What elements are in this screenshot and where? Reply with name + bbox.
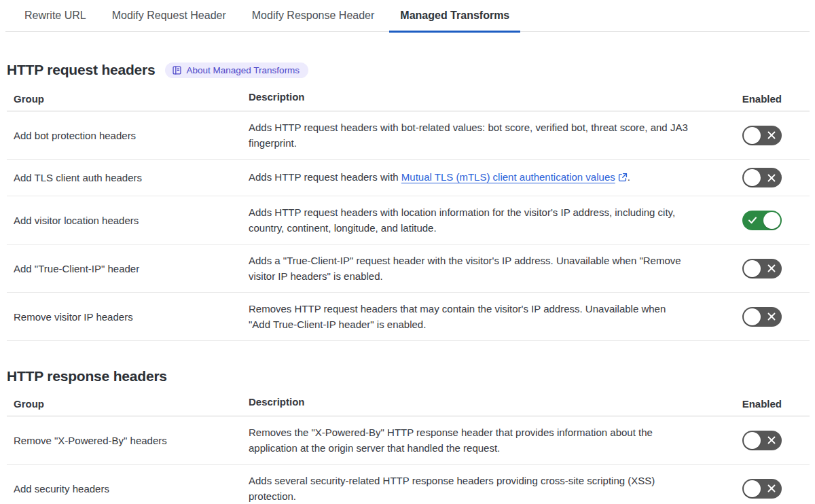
group-description: Adds HTTP request headers with location … [249,204,689,236]
external-link-icon[interactable] [618,170,628,186]
managed-transforms-page: Rewrite URL Modify Request Header Modify… [0,0,815,504]
table-row: Add "True-Client-IP" header Adds a "True… [7,245,810,293]
toggle-knob [744,169,761,186]
group-name: Add "True-Client-IP" header [7,263,249,274]
tab-rewrite-url[interactable]: Rewrite URL [14,0,97,33]
toggle-knob [744,127,761,144]
x-icon [767,436,776,444]
toggle-knob [744,308,761,325]
request-headers-table: Group Description Enabled Add bot protec… [7,89,810,341]
table-row: Remove "X-Powered-By" headers Removes th… [7,416,810,465]
response-headers-table: Group Description Enabled Remove "X-Powe… [7,394,810,504]
response-headers-section: HTTP response headers Group Description … [0,368,815,504]
about-link-label: About Managed Transforms [187,65,300,75]
tab-modify-request-header[interactable]: Modify Request Header [101,0,237,33]
group-name: Remove visitor IP headers [7,311,249,323]
request-headers-section: HTTP request headers About Managed Trans… [0,62,815,341]
table-header-row: Group Description Enabled [7,394,810,416]
table-row: Add bot protection headers Adds HTTP req… [7,111,810,160]
table-row: Add security headers Adds several securi… [7,465,810,504]
group-description: Removes the "X-Powered-By" HTTP response… [249,425,689,456]
book-icon [172,65,182,75]
about-managed-transforms-link[interactable]: About Managed Transforms [165,62,309,78]
x-icon [767,264,776,272]
column-header-description: Description [249,89,689,105]
group-description: Adds HTTP request headers with bot-relat… [249,120,689,151]
check-icon [748,215,757,225]
group-name: Add security headers [7,483,249,494]
toggle-knob [763,212,780,229]
toggle-add-bot-protection-headers[interactable] [742,126,782,145]
group-name: Add TLS client auth headers [7,172,249,183]
toggle-add-visitor-location-headers[interactable] [742,211,782,230]
toggle-add-security-headers[interactable] [742,479,782,499]
column-header-group: Group [7,398,249,410]
group-description: Removes HTTP request headers that may co… [249,301,689,332]
response-headers-title: HTTP response headers [7,368,167,384]
column-header-group: Group [7,93,249,105]
x-icon [767,131,776,139]
group-description: Adds a "True-Client-IP" request header w… [249,253,689,284]
column-header-enabled: Enabled [742,398,782,410]
toggle-add-tls-client-auth-headers[interactable] [742,168,782,187]
rules-tab-bar: Rewrite URL Modify Request Header Modify… [5,0,810,32]
toggle-add-true-client-ip-header[interactable] [742,259,782,278]
tab-managed-transforms[interactable]: Managed Transforms [389,0,520,33]
toggle-remove-visitor-ip-headers[interactable] [742,307,782,327]
group-name: Remove "X-Powered-By" headers [7,435,249,446]
toggle-knob [744,480,761,497]
group-name: Add visitor location headers [7,215,249,226]
group-description: Adds several security-related HTTP respo… [249,473,689,504]
column-header-enabled: Enabled [742,93,782,105]
toggle-knob [744,432,761,449]
toggle-knob [744,260,761,277]
table-row: Remove visitor IP headers Removes HTTP r… [7,293,810,341]
tab-modify-response-header[interactable]: Modify Response Header [241,0,386,33]
table-header-row: Group Description Enabled [7,89,810,111]
group-description: Adds HTTP request headers with Mutual TL… [249,169,689,186]
table-row: Add TLS client auth headers Adds HTTP re… [7,160,810,196]
x-icon [767,312,776,321]
group-name: Add bot protection headers [7,130,249,141]
request-headers-title: HTTP request headers [7,62,156,78]
mtls-client-auth-values-link[interactable]: Mutual TLS (mTLS) client authentication … [401,171,615,183]
x-icon [767,174,776,182]
x-icon [767,484,776,492]
table-row: Add visitor location headers Adds HTTP r… [7,196,810,245]
toggle-remove-x-powered-by-headers[interactable] [742,431,782,450]
column-header-description: Description [249,394,689,410]
